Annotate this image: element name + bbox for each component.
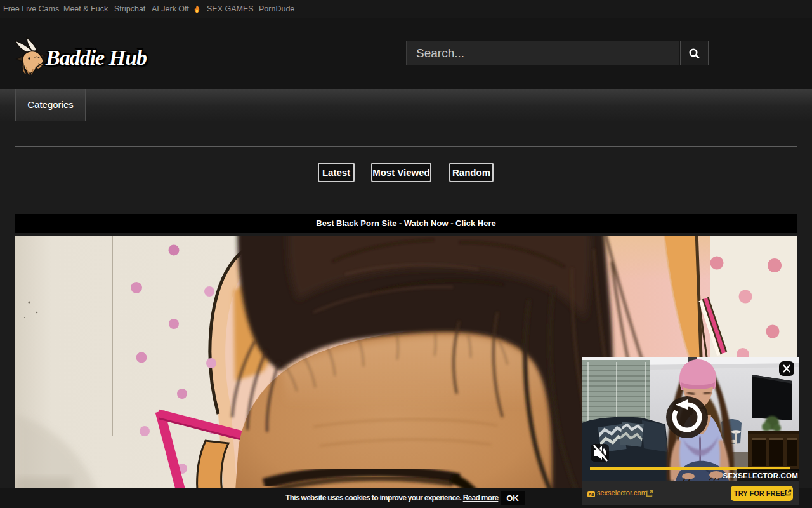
- svg-text:SEXSELECTOR.COM: SEXSELECTOR.COM: [723, 472, 798, 479]
